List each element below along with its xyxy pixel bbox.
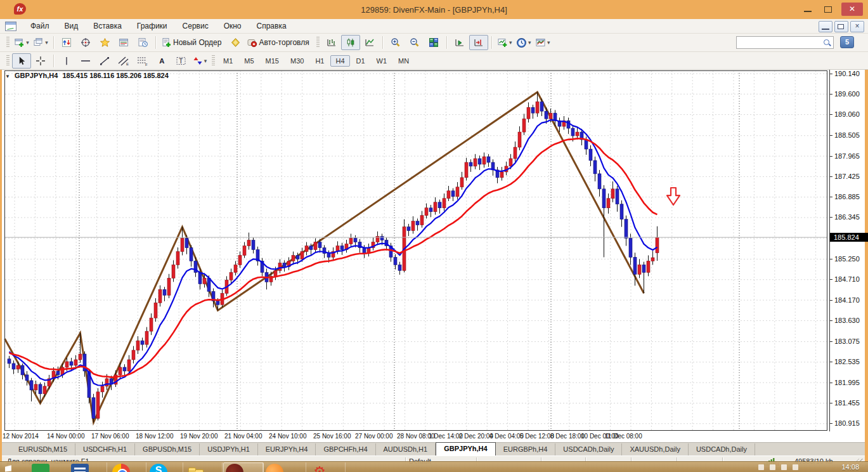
ohlc-close: 185.824: [143, 72, 169, 79]
time-axis[interactable]: 12 Nov 201414 Nov 00:0017 Nov 06:0018 No…: [2, 431, 865, 442]
start-button-icon[interactable]: [5, 464, 19, 472]
chart-tab-gbpjpyh-h4[interactable]: GBPJPYh,H4: [436, 442, 495, 456]
chart-panel[interactable]: GBPJPYh,H4 185.415 186.116 185.206 185.8…: [2, 70, 829, 431]
bar-chart-button[interactable]: [322, 35, 341, 50]
search-input[interactable]: [737, 38, 823, 47]
chart-tab-usdchfh-h1[interactable]: USDCHFh,H1: [75, 443, 135, 456]
candlestick-icon: [346, 37, 356, 48]
candlestick-chart-button[interactable]: [341, 35, 360, 50]
time-axis-label: 4 Dec 04:00: [489, 433, 524, 440]
price-axis-label: 182.535: [834, 358, 860, 365]
chart-tab-eurgbph-h4[interactable]: EURGBPh,H4: [496, 443, 556, 456]
menu-service[interactable]: Сервис: [175, 20, 216, 32]
chart-close-button[interactable]: [850, 21, 864, 32]
strategy-tester-button[interactable]: [133, 35, 152, 50]
zoom-in-button[interactable]: [386, 35, 405, 50]
chart-minimize-button[interactable]: [819, 21, 832, 32]
trendline-tool-button[interactable]: [95, 53, 114, 69]
menu-file[interactable]: Файл: [23, 20, 57, 32]
timeframe-h4[interactable]: H4: [330, 55, 349, 67]
chart-tab-gbpusdh-m15[interactable]: GBPUSDh,M15: [135, 443, 200, 456]
vertical-line-tool-button[interactable]: [57, 53, 76, 69]
new-order-label: Новый Ордер: [173, 38, 221, 47]
market-watch-button[interactable]: [57, 35, 76, 50]
metaeditor-button[interactable]: [226, 35, 245, 50]
taskbar-icon-settings-gear[interactable]: ⚙: [311, 464, 328, 472]
new-order-button[interactable]: Новый Ордер: [159, 35, 226, 50]
collapse-arrow-icon[interactable]: [5, 72, 10, 79]
zoom-out-button[interactable]: [405, 35, 424, 50]
arrows-tool-button[interactable]: ▾: [190, 53, 209, 69]
equidistant-channel-tool-button[interactable]: E: [114, 53, 133, 69]
menu-charts[interactable]: Графики: [129, 20, 175, 32]
auto-scroll-button[interactable]: [450, 35, 469, 50]
chart-tab-eurjpyh-h4[interactable]: EURJPYh,H4: [258, 443, 316, 456]
toolbar-grip[interactable]: [6, 55, 10, 67]
timeframe-w1[interactable]: W1: [372, 55, 392, 67]
terminal-button[interactable]: [114, 35, 133, 50]
toolbar-grip[interactable]: [6, 37, 10, 48]
templates-button[interactable]: ▾: [533, 35, 552, 50]
chart-ohlc-label[interactable]: GBPJPYh,H4 185.415 186.116 185.206 185.8…: [5, 72, 169, 79]
system-tray[interactable]: [758, 464, 798, 470]
text-tool-button[interactable]: A: [152, 53, 171, 69]
chart-tab-usdcadh-daily[interactable]: USDCADh,Daily: [689, 443, 755, 456]
tile-windows-button[interactable]: [424, 35, 443, 50]
autotrading-button[interactable]: Авто-торговля: [245, 35, 313, 50]
chart-tab-gbpchfh-h4[interactable]: GBPCHFh,H4: [316, 443, 375, 456]
window-close-button[interactable]: ✕: [841, 3, 863, 16]
taskbar-icon-internet[interactable]: [266, 464, 283, 472]
price-axis-label: 190.140: [834, 70, 860, 77]
horizontal-line-tool-button[interactable]: [76, 53, 95, 69]
toolbar-grip[interactable]: [316, 37, 320, 48]
chart-tab-audusdh-h1[interactable]: AUDUSDh,H1: [376, 443, 436, 456]
timeframe-mn[interactable]: MN: [393, 55, 414, 67]
taskbar-icon-word[interactable]: [71, 464, 89, 472]
navigator-button[interactable]: [76, 35, 95, 50]
menu-help[interactable]: Справка: [249, 20, 294, 32]
indicators-button[interactable]: ▾: [495, 35, 514, 50]
chart-tab-usdjpyh-h1[interactable]: USDJPYh,H1: [200, 443, 258, 456]
new-chart-button[interactable]: ▾: [12, 35, 31, 50]
timeframe-m15[interactable]: M15: [261, 55, 284, 67]
window-minimize-button[interactable]: [801, 4, 815, 15]
timeframe-h1[interactable]: H1: [310, 55, 329, 67]
chart-tab-usdcadh-daily[interactable]: USDCADh,Daily: [555, 443, 622, 456]
price-chart[interactable]: [2, 70, 829, 431]
chart-tab-xauusdh-daily[interactable]: XAUUSDh,Daily: [622, 443, 688, 456]
taskbar-icon-store[interactable]: [32, 464, 49, 472]
menu-window[interactable]: Окно: [216, 20, 249, 32]
timeframe-d1[interactable]: D1: [351, 55, 370, 67]
favorites-button[interactable]: [95, 35, 114, 50]
search-icon[interactable]: [823, 39, 831, 47]
ohlc-open: 185.415: [62, 72, 87, 79]
price-axis-label: 189.600: [834, 90, 860, 98]
menu-insert[interactable]: Вставка: [86, 20, 129, 32]
menu-bar: ФайлВидВставкаГрафикиСервисОкноСправка: [0, 19, 868, 34]
dropdown-caret-icon: ▾: [509, 39, 512, 46]
chart-profiles-button[interactable]: ▾: [31, 35, 50, 50]
taskbar-icon-folder[interactable]: [186, 464, 204, 472]
arrow-objects-icon: [193, 56, 203, 66]
taskbar-icon-chrome[interactable]: [112, 464, 130, 472]
timeframe-m1[interactable]: M1: [218, 55, 238, 67]
fibonacci-tool-button[interactable]: F: [133, 53, 152, 69]
chart-restore-button[interactable]: [834, 21, 848, 32]
text-label-tool-button[interactable]: T: [171, 53, 190, 69]
crosshair-tool-button[interactable]: [31, 53, 50, 69]
chart-tab-eurusdh-m15[interactable]: EURUSDh,M15: [11, 443, 75, 456]
line-chart-button[interactable]: [360, 35, 379, 50]
menu-view[interactable]: Вид: [57, 20, 86, 32]
svg-text:E: E: [126, 62, 129, 66]
cursor-tool-button[interactable]: [12, 53, 31, 69]
window-maximize-button[interactable]: [821, 4, 835, 15]
taskbar-icon-skype[interactable]: S: [150, 464, 167, 472]
timeframe-m30[interactable]: M30: [285, 55, 309, 67]
taskbar-clock[interactable]: 14:08: [841, 463, 859, 471]
chart-shift-button[interactable]: [469, 35, 488, 50]
timeframe-m5[interactable]: M5: [239, 55, 259, 67]
price-axis[interactable]: 190.140189.600189.060188.505187.965187.4…: [829, 70, 865, 431]
periods-button[interactable]: ▾: [514, 35, 533, 50]
toolbar-grip[interactable]: [212, 55, 215, 67]
notifications-badge[interactable]: 5: [840, 36, 854, 48]
